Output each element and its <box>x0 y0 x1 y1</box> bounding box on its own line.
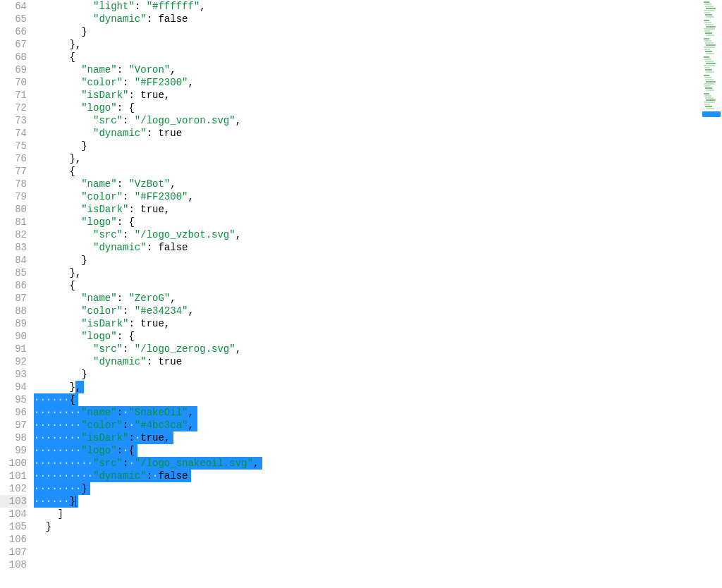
minimap[interactable] <box>702 1 721 117</box>
code-line[interactable] <box>34 558 702 571</box>
line-number-gutter: 6465666768697071727374757677787980818283… <box>0 0 34 588</box>
code-line[interactable]: }, <box>34 267 702 279</box>
code-line[interactable]: { <box>34 279 702 292</box>
code-text: "src": "/logo_voron.svg", <box>34 115 241 126</box>
code-line[interactable] <box>34 533 702 546</box>
code-line[interactable]: { <box>34 51 702 63</box>
line-number: 75 <box>0 140 27 152</box>
code-text: "dynamic": true <box>34 356 182 367</box>
code-text: "isDark": true, <box>34 204 170 215</box>
code-text: ······} <box>34 496 76 507</box>
minimap-block <box>702 93 718 109</box>
line-number: 82 <box>0 228 27 241</box>
code-line[interactable]: ] <box>34 508 702 520</box>
code-line[interactable]: "dynamic": true <box>34 127 702 140</box>
line-number: 98 <box>0 431 27 444</box>
line-number: 77 <box>0 165 27 178</box>
line-number: 73 <box>0 114 27 127</box>
code-text: }, <box>34 381 81 393</box>
code-text: ········"name":·"SnakeOil", <box>34 407 194 418</box>
line-number: 74 <box>0 127 27 140</box>
line-number: 84 <box>0 254 27 267</box>
line-number: 107 <box>0 546 27 558</box>
line-number: 68 <box>0 51 27 63</box>
code-line[interactable]: "logo": { <box>34 330 702 343</box>
code-line[interactable]: "isDark": true, <box>34 317 702 330</box>
line-number: 91 <box>0 343 27 355</box>
code-line[interactable]: ··········"src":·"/logo_snakeoil.svg", <box>34 457 702 470</box>
code-line[interactable]: } <box>34 520 702 533</box>
code-line[interactable]: "dynamic": true <box>34 355 702 368</box>
code-text: } <box>34 255 87 266</box>
line-number: 80 <box>0 203 27 216</box>
line-number: 67 <box>0 38 27 51</box>
code-line[interactable]: }, <box>34 152 702 165</box>
line-number: 64 <box>0 0 27 13</box>
code-line[interactable]: }, <box>34 381 702 393</box>
code-line[interactable]: "isDark": true, <box>34 89 702 102</box>
code-text: "logo": { <box>34 331 135 342</box>
code-line[interactable]: "color": "#FF2300", <box>34 190 702 203</box>
code-text: } <box>34 26 87 37</box>
code-line[interactable]: "logo": { <box>34 102 702 114</box>
code-line[interactable]: "src": "/logo_zerog.svg", <box>34 343 702 355</box>
code-line[interactable]: ········"color":·"#4bc3ca", <box>34 419 702 431</box>
code-text: }, <box>34 153 81 164</box>
code-line[interactable]: } <box>34 368 702 381</box>
code-text: "color": "#FF2300", <box>34 191 194 202</box>
code-line[interactable]: "light": "#ffffff", <box>34 0 702 13</box>
code-text: } <box>34 369 87 380</box>
code-line[interactable]: ········} <box>34 482 702 495</box>
code-line[interactable]: ······{ <box>34 393 702 406</box>
line-number: 93 <box>0 368 27 381</box>
line-number: 76 <box>0 152 27 165</box>
code-line[interactable]: "dynamic": false <box>34 13 702 25</box>
code-text: }, <box>34 39 81 50</box>
line-number: 103 <box>0 495 27 508</box>
code-line[interactable]: } <box>34 140 702 152</box>
minimap-block <box>702 20 718 36</box>
code-line[interactable]: "logo": { <box>34 216 702 228</box>
code-line[interactable]: "name": "VzBot", <box>34 178 702 190</box>
code-line[interactable]: "isDark": true, <box>34 203 702 216</box>
minimap-viewport-indicator[interactable] <box>702 111 721 117</box>
code-area[interactable]: "light": "#ffffff", "dynamic": false } }… <box>34 0 702 588</box>
code-text: "name": "VzBot", <box>34 178 176 190</box>
code-line[interactable]: ······} <box>34 495 702 508</box>
code-line[interactable]: "src": "/logo_vzbot.svg", <box>34 228 702 241</box>
code-text: { <box>34 51 75 63</box>
line-number: 72 <box>0 102 27 114</box>
line-number: 79 <box>0 190 27 203</box>
code-line[interactable]: "name": "Voron", <box>34 63 702 76</box>
code-text: }, <box>34 267 81 278</box>
code-line[interactable]: "src": "/logo_voron.svg", <box>34 114 702 127</box>
code-line[interactable]: "color": "#e34234", <box>34 305 702 317</box>
line-number: 78 <box>0 178 27 190</box>
code-line[interactable]: "dynamic": false <box>34 241 702 254</box>
code-line[interactable]: "color": "#FF2300", <box>34 76 702 89</box>
code-line[interactable] <box>34 546 702 558</box>
code-line[interactable]: ········"isDark":·true, <box>34 431 702 444</box>
code-text: "logo": { <box>34 102 135 114</box>
code-text: "dynamic": false <box>34 13 188 25</box>
code-text: ········"color":·"#4bc3ca", <box>34 419 194 431</box>
line-number: 94 <box>0 381 27 393</box>
code-line[interactable]: ········"name":·"SnakeOil", <box>34 406 702 419</box>
code-line[interactable]: }, <box>34 38 702 51</box>
code-editor[interactable]: 6465666768697071727374757677787980818283… <box>0 0 702 588</box>
line-number: 101 <box>0 470 27 482</box>
code-line[interactable]: { <box>34 165 702 178</box>
code-text: ········"logo":·{ <box>34 445 135 456</box>
line-number: 85 <box>0 267 27 279</box>
code-line[interactable]: ········"logo":·{ <box>34 444 702 457</box>
line-number: 87 <box>0 292 27 305</box>
code-line[interactable]: ··········"dynamic":·false <box>34 470 702 482</box>
line-number: 69 <box>0 63 27 76</box>
code-text: "dynamic": false <box>34 242 188 253</box>
code-line[interactable]: } <box>34 25 702 38</box>
line-number: 106 <box>0 533 27 546</box>
code-line[interactable]: } <box>34 254 702 267</box>
code-line[interactable]: "name": "ZeroG", <box>34 292 702 305</box>
line-number: 65 <box>0 13 27 25</box>
minimap-block <box>702 56 718 73</box>
